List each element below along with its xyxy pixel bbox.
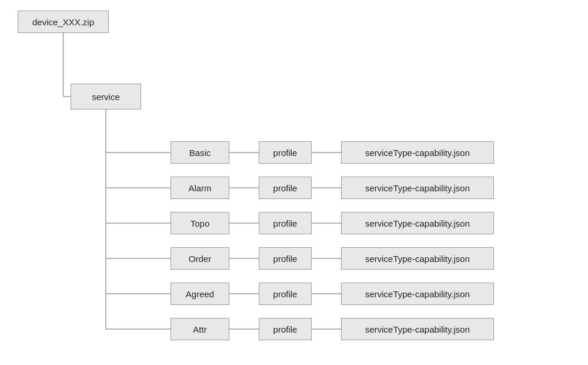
- profile-node-order: profile: [259, 247, 312, 270]
- branch-node-alarm: Alarm: [171, 177, 229, 199]
- diagram: device_XXX.zipserviceBasicprofileservice…: [0, 0, 588, 365]
- branch-node-agreed: Agreed: [171, 283, 229, 305]
- file-node-order: serviceType-capability.json: [341, 247, 494, 270]
- profile-node-basic: profile: [259, 141, 312, 164]
- root-node: device_XXX.zip: [18, 11, 109, 33]
- file-node-attr: serviceType-capability.json: [341, 318, 494, 340]
- file-node-agreed: serviceType-capability.json: [341, 283, 494, 305]
- file-node-alarm: serviceType-capability.json: [341, 177, 494, 199]
- file-node-basic: serviceType-capability.json: [341, 141, 494, 164]
- branch-node-topo: Topo: [171, 212, 229, 234]
- service-node: service: [71, 84, 141, 110]
- branch-node-order: Order: [171, 247, 229, 270]
- profile-node-agreed: profile: [259, 283, 312, 305]
- branch-node-basic: Basic: [171, 141, 229, 164]
- branch-node-attr: Attr: [171, 318, 229, 340]
- profile-node-topo: profile: [259, 212, 312, 234]
- profile-node-alarm: profile: [259, 177, 312, 199]
- profile-node-attr: profile: [259, 318, 312, 340]
- file-node-topo: serviceType-capability.json: [341, 212, 494, 234]
